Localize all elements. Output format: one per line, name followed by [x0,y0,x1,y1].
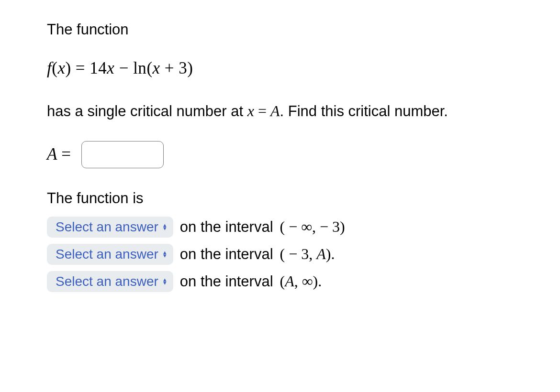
select-label-2: Select an answer [56,247,158,262]
equation-paren-open: ( [52,59,57,77]
interval-2-A: A [316,245,326,262]
interval-row-3: Select an answer ▴▾ on the interval (A, … [47,271,536,292]
equation-coeff: 14 [90,59,107,77]
prompt-text: has a single critical number at x = A. F… [47,99,536,123]
prompt-x: x [247,102,254,120]
equation-f: f [47,59,52,77]
prompt-part1: has a single critical number at [47,103,247,120]
answer-row: A = [47,141,536,168]
answer-eq: = [57,145,71,163]
interval-3-A: A [285,272,294,290]
answer-label: A = [47,145,71,164]
equation-minus: − [114,59,133,77]
select-arrows-icon: ▴▾ [163,251,167,257]
interval-prefix-2: on the interval [180,246,273,263]
select-arrows-icon: ▴▾ [163,224,167,230]
prompt-A: A [270,102,280,120]
interval-2-open: ( − 3, [280,245,317,262]
equation-const: 3 [179,59,187,77]
select-interval-1[interactable]: Select an answer ▴▾ [47,217,173,238]
select-label-1: Select an answer [56,219,158,235]
function-equation: f(x) = 14x − ln(x + 3) [47,59,536,78]
equation-plus: + [160,59,179,77]
prompt-eq: = [254,102,270,120]
equation-ln-paren-open: ( [146,59,152,77]
section-heading: The function is [47,190,536,207]
equation-ln: ln [133,59,146,77]
select-label-3: Select an answer [56,274,158,289]
interval-prefix-3: on the interval [180,273,273,290]
equation-x-term1: x [107,59,114,77]
intro-text: The function [47,19,536,40]
interval-row-1: Select an answer ▴▾ on the interval ( − … [47,217,536,238]
select-interval-3[interactable]: Select an answer ▴▾ [47,271,173,292]
equation-paren-close: ) [65,59,71,77]
equation-x-lhs: x [57,59,65,77]
select-interval-2[interactable]: Select an answer ▴▾ [47,244,173,265]
select-arrows-icon: ▴▾ [163,278,167,284]
interval-math-3: (A, ∞). [280,272,322,290]
interval-2-close: ). [326,245,335,262]
interval-3-open: ( [280,272,285,290]
answer-A: A [47,145,57,163]
prompt-part2: . Find this critical number. [280,103,448,120]
interval-row-2: Select an answer ▴▾ on the interval ( − … [47,244,536,265]
interval-3-close: , ∞). [294,272,322,290]
equation-x-inner: x [153,59,160,77]
interval-math-2: ( − 3, A). [280,245,335,263]
interval-math-1: ( − ∞, − 3) [280,218,345,236]
equation-ln-paren-close: ) [187,59,193,77]
interval-prefix-1: on the interval [180,218,273,236]
equation-equals: = [71,59,90,77]
critical-number-input[interactable] [81,141,164,168]
